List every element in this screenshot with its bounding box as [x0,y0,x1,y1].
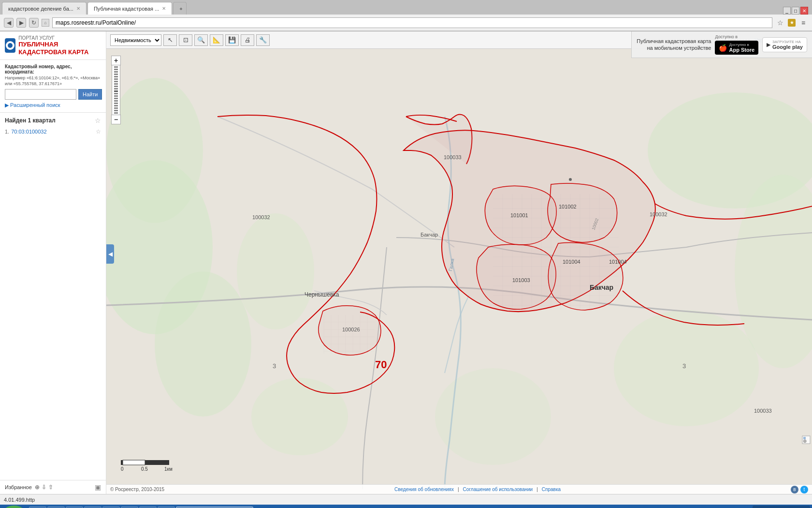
browser-chrome: кадастровое деление ба... ✕ Публичная ка… [0,0,812,31]
status-url: 4.01.499.http [4,497,808,503]
map-canvas[interactable]: Галка 100033 100032 101001 101002 10002 … [106,49,812,494]
label-100033-br: 100033 [754,408,772,414]
portal-title: ПУБЛИЧНАЯ КАДАСТРОВАЯ КАРТА [18,41,101,56]
system-tray: RU 🔺 🔊 ⚡ 12:49 [753,506,810,508]
start-btn[interactable]: 🪟 [2,506,26,508]
svg-point-6 [614,310,759,426]
vk-icon[interactable]: в [791,486,798,493]
reload-btn[interactable]: ↻ [29,18,39,28]
svg-text:0: 0 [121,466,124,472]
tab-kadaster-close[interactable]: ✕ [76,6,80,11]
cursor-tool-btn[interactable]: ↖ [163,34,177,46]
landmark-dot [569,178,572,181]
map-type-select[interactable]: Недвижимость [110,34,161,46]
advanced-search-link[interactable]: ▶ Расширенный поиск [5,102,60,108]
results-favorite-icon[interactable]: ☆ [95,117,101,124]
maximize-btn[interactable]: □ [792,7,799,15]
appstore-text: Публичная кадастровая карта на мобильном… [637,38,711,52]
svg-point-9 [106,78,203,223]
label-101003: 101003 [512,277,530,283]
main-layout: ПОРТАЛ УСЛУГ ПУБЛИЧНАЯ КАДАСТРОВАЯ КАРТА… [0,31,812,494]
twitter-icon[interactable]: t [800,486,808,493]
label-3-left: 3 [273,362,276,370]
new-tab-button[interactable]: + [173,2,187,15]
nav-bar: ◀ ▶ ↻ ⌂ ☆ ★ ≡ [0,15,812,31]
label-bakchar-small: Бакчар [420,232,438,238]
label-bakchar-bold: Бакчар [590,284,613,291]
tab-public-map-close[interactable]: ✕ [162,6,166,11]
favorites-icons: ⊕ ⇩ ⇧ [35,484,53,491]
zoom-in-btn[interactable]: + [111,56,121,65]
search-hint: Например «61:6:10104:12», «61:6:*», «Мос… [5,75,101,87]
url-bar[interactable] [52,17,772,28]
bookmark-icon[interactable]: ☆ [775,18,785,28]
result-item: 1. 70:03:0100032 ☆ [5,127,101,136]
search-section: Кадастровый номер, адрес, координата: На… [0,60,106,112]
search-input[interactable] [5,89,76,100]
back-btn[interactable]: ◀ [4,18,14,28]
copyright-bar: © Росреестр, 2010-2015 Сведения об обнов… [106,484,812,494]
settings-map-btn[interactable]: 🔧 [256,34,270,46]
home-btn[interactable]: ⌂ [42,19,49,27]
results-section: Найден 1 квартал ☆ 1. 70:03:0100032 ☆ [0,113,106,300]
svg-point-2 [155,271,251,417]
label-101004-b: 101004 [609,259,627,265]
settings-icon[interactable]: ≡ [798,18,808,28]
measure-btn[interactable]: 📐 [210,34,223,46]
result-num: 1. [5,129,9,134]
tab-kadaster[interactable]: кадастровое деление ба... ✕ [2,2,87,15]
appstore-banner: Публичная кадастровая карта на мобильном… [631,31,812,58]
label-70: 70 [375,359,387,371]
label-3-right: 3 [682,362,686,370]
favorites-label: Избранное [5,484,32,490]
help-link[interactable]: Справка [542,487,561,492]
new-tab-icon: + [179,6,182,12]
sidebar-collapse-btn[interactable]: ◀ [106,244,114,264]
svg-point-8 [251,378,348,455]
fav-export-icon[interactable]: ⇧ [48,484,53,491]
close-btn[interactable]: ✕ [800,7,808,15]
sidebar-footer: Избранное ⊕ ⇩ ⇧ ▣ [0,480,106,494]
gplay-label: ЗАГРУЗИТЕ НА Google play [772,40,803,50]
label-chernishevka: Чернышевка [304,291,339,298]
zoom-rect-btn[interactable]: ⊡ [179,34,192,46]
zoom-out-btn[interactable]: − [111,115,121,124]
tab-bar: кадастровое деление ба... ✕ Публичная ка… [0,0,812,15]
fav-import-icon[interactable]: ⇩ [42,484,46,491]
label-100032-left: 100032 [252,214,270,220]
zoom-in-map-btn[interactable]: 🔍 [194,34,208,46]
apple-icon: 🍎 [719,44,727,52]
gplay-btn[interactable]: ▶ ЗАГРУЗИТЕ НА Google play [762,37,807,52]
map-area[interactable]: Публичная кадастровая карта на мобильном… [106,31,812,494]
appstore-text-line2: на мобильном устройстве [637,45,711,51]
svg-rect-45 [121,460,123,465]
result-link[interactable]: 70:03:0100032 [11,129,46,134]
updates-link[interactable]: Сведения об обновлениях [394,487,454,492]
search-btn[interactable]: Найти [78,89,102,100]
result-star-icon[interactable]: ☆ [96,128,101,135]
tab-public-map[interactable]: Публичная кадастровая ... ✕ [87,2,172,15]
svg-rect-46 [123,460,145,465]
fav-add-icon[interactable]: ⊕ [35,484,40,491]
svg-point-3 [237,213,314,329]
appstore-btn[interactable]: 🍎 Доступно в App Store [715,41,758,55]
taskbar: 🪟 🌐 📁 🎵 🔵 🟠 📷 📊 📋 🌐 Публичная кадастрова… [0,505,812,508]
label-100032-right: 100032 [650,211,667,217]
copyright-text: © Росреестр, 2010-2015 [110,487,164,492]
appstore-text-line1: Публичная кадастровая карта [637,38,711,45]
forward-btn[interactable]: ▶ [16,18,26,28]
export-btn[interactable]: 💾 [225,34,239,46]
minimize-btn[interactable]: _ [783,7,791,15]
label-101002: 101002 [559,204,577,209]
agreement-link[interactable]: Соглашение об использовании [463,487,533,492]
label-100026: 100026 [342,327,360,332]
zoom-controls: + [111,56,121,124]
print-btn[interactable]: 🖨 [241,34,254,46]
map-extent-icon[interactable]: ⊕ [802,436,810,444]
sidebar-header: ПОРТАЛ УСЛУГ ПУБЛИЧНАЯ КАДАСТРОВАЯ КАРТА [0,31,106,60]
tab-public-map-label: Публичная кадастровая ... [94,6,159,12]
status-bar: 4.01.499.http [0,494,812,505]
extension-icon[interactable]: ★ [788,19,796,27]
sidebar-footer-close-icon[interactable]: ▣ [95,483,101,491]
svg-text:0.5: 0.5 [141,466,148,472]
